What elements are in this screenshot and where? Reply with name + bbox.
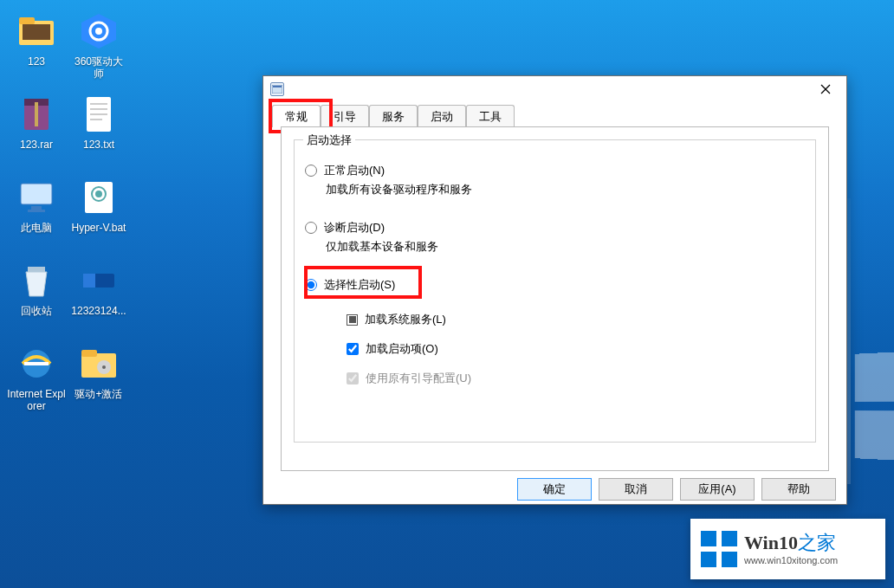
help-button[interactable]: 帮助 (761, 478, 836, 501)
check-load-startup[interactable]: 加载启动项(O) (347, 341, 805, 357)
desktop-icon-folder-123[interactable]: 123 (5, 7, 68, 90)
desktop-icons: 123 360驱动大师 123.rar 123.txt 此电脑 Hyper-V.… (5, 7, 144, 423)
folder-icon (78, 343, 120, 384)
tab-tools[interactable]: 工具 (466, 105, 515, 127)
check-load-services-label: 加载系统服务(L) (365, 312, 446, 327)
icon-label: 12323124... (71, 305, 126, 317)
tab-general[interactable]: 常规 (272, 105, 321, 127)
desktop-icon-txt[interactable]: 123.txt (68, 90, 130, 173)
segment-icon (78, 260, 120, 301)
close-icon (820, 84, 831, 94)
tab-panel: 启动选择 正常启动(N) 加载所有设备驱动程序和服务 诊断启动(D) 仅加载基本… (281, 126, 829, 471)
svg-rect-22 (83, 274, 95, 288)
radio-selective[interactable]: 选择性启动(S) (305, 277, 805, 293)
svg-rect-8 (35, 102, 38, 126)
desktop-icon-ie[interactable]: Internet Explorer (5, 339, 68, 423)
desktop[interactable]: 123 360驱动大师 123.rar 123.txt 此电脑 Hyper-V.… (0, 0, 894, 588)
watermark-url: www.win10xitong.com (744, 555, 838, 566)
icon-label: 回收站 (21, 305, 52, 317)
svg-rect-1 (19, 17, 35, 24)
radio-diagnostic-label: 诊断启动(D) (324, 220, 385, 236)
radio-selective-input[interactable] (305, 279, 317, 291)
normal-desc: 加载所有设备驱动程序和服务 (326, 182, 805, 197)
icon-label: Hyper-V.bat (72, 222, 126, 234)
icon-label: 123.txt (83, 139, 114, 151)
txt-icon (78, 94, 120, 135)
desktop-icon-bat[interactable]: Hyper-V.bat (68, 173, 130, 256)
svg-rect-20 (28, 267, 45, 272)
radio-diagnostic-input[interactable] (305, 222, 317, 234)
icon-label: 123.rar (20, 139, 53, 151)
svg-rect-2 (23, 24, 50, 40)
bin-icon (16, 260, 57, 301)
desktop-icon-folder-driver[interactable]: 驱动+激活 (68, 339, 130, 423)
svg-point-19 (95, 191, 102, 197)
ie-icon (16, 343, 57, 384)
titlebar[interactable] (263, 76, 846, 102)
msconfig-icon (270, 82, 284, 96)
app-icon (78, 10, 120, 52)
tab-boot[interactable]: 引导 (321, 105, 369, 127)
tab-startup[interactable]: 启动 (418, 105, 466, 127)
watermark-logo-icon (701, 531, 737, 567)
radio-diagnostic[interactable]: 诊断启动(D) (305, 220, 805, 236)
icon-label: 驱动+激活 (74, 388, 122, 400)
checkbox-load-startup[interactable] (347, 343, 359, 355)
radio-normal-label: 正常启动(N) (324, 163, 385, 178)
desktop-icon-recyclebin[interactable]: 回收站 (5, 256, 68, 339)
svg-point-5 (95, 28, 102, 35)
cancel-button[interactable]: 取消 (599, 478, 673, 501)
svg-rect-26 (81, 350, 97, 357)
desktop-icon-360driver[interactable]: 360驱动大师 (68, 7, 130, 90)
rar-icon (16, 94, 57, 135)
startup-group: 启动选择 正常启动(N) 加载所有设备驱动程序和服务 诊断启动(D) 仅加载基本… (294, 139, 816, 443)
button-row: 确定 取消 应用(A) 帮助 (263, 478, 846, 511)
folder-icon (16, 10, 57, 52)
svg-point-28 (102, 365, 106, 369)
icon-label: 123 (28, 55, 45, 68)
svg-rect-30 (273, 86, 282, 87)
checkbox-use-boot (347, 372, 359, 384)
radio-selective-label: 选择性启动(S) (324, 277, 395, 293)
watermark: Win10之家 www.win10xitong.com (690, 519, 885, 579)
desktop-icon-rar[interactable]: 123.rar (5, 90, 68, 173)
msconfig-window: 常规 引导 服务 启动 工具 启动选择 正常启动(N) 加载所有设备驱动程序和服… (262, 75, 847, 505)
svg-rect-16 (28, 210, 45, 212)
desktop-icon-thispc[interactable]: 此电脑 (5, 173, 68, 256)
icon-label: 360驱动大师 (69, 55, 128, 80)
radio-normal-input[interactable] (305, 165, 317, 177)
icon-label: Internet Explorer (7, 388, 66, 412)
ok-button[interactable]: 确定 (517, 478, 592, 501)
apply-button[interactable]: 应用(A) (680, 478, 755, 501)
watermark-title: Win10之家 (744, 532, 838, 554)
tab-bar: 常规 引导 服务 启动 工具 启动选择 正常启动(N) 加载所有设备驱动程序和服… (272, 104, 838, 471)
tab-services[interactable]: 服务 (369, 105, 418, 127)
close-button[interactable] (807, 77, 845, 101)
svg-rect-24 (24, 362, 49, 365)
diagnostic-desc: 仅加载基本设备和服务 (326, 239, 805, 255)
check-use-boot-label: 使用原有引导配置(U) (366, 371, 471, 386)
check-use-boot: 使用原有引导配置(U) (347, 371, 805, 386)
svg-rect-14 (21, 184, 52, 204)
bat-icon (78, 177, 120, 218)
check-load-services[interactable]: 加载系统服务(L) (347, 312, 805, 327)
checkbox-mixed-icon (347, 314, 358, 326)
radio-normal[interactable]: 正常启动(N) (305, 163, 805, 178)
group-title: 启动选择 (303, 132, 355, 148)
pc-icon (16, 177, 57, 218)
icon-label: 此电脑 (21, 222, 52, 234)
svg-rect-15 (31, 206, 42, 210)
check-load-startup-label: 加载启动项(O) (366, 341, 438, 357)
desktop-icon-segment[interactable]: 12323124... (68, 256, 130, 339)
